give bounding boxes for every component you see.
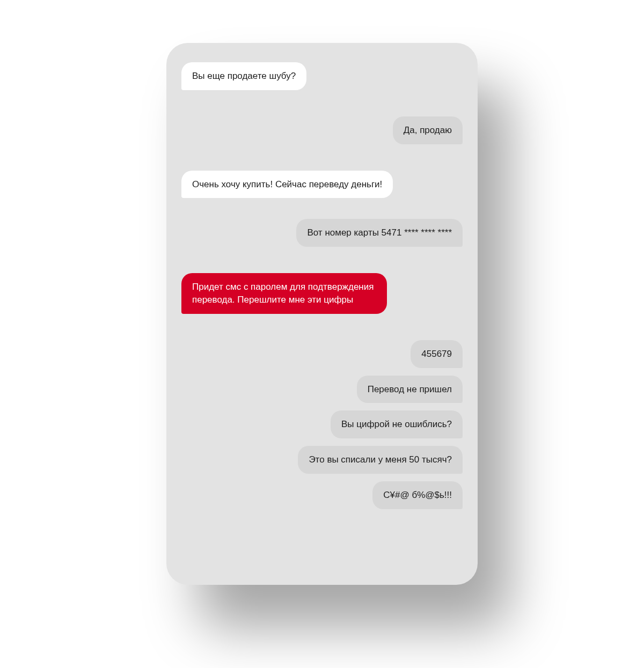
chat-bubble-outgoing[interactable]: С¥#@ б%@$ь!!! (372, 481, 463, 509)
chat-bubble-outgoing[interactable]: Вы цифрой не ошиблись? (331, 410, 463, 438)
message-group: Да, продаю (181, 116, 463, 144)
message-group: Вы еще продаете шубу? (181, 62, 463, 90)
message-text: Придет смс с паролем для подтверждения п… (192, 282, 374, 305)
message-text: Очень хочу купить! Сейчас переведу деньг… (192, 179, 382, 189)
message-text: Перевод не пришел (368, 384, 452, 394)
message-text: Вы цифрой не ошиблись? (341, 419, 452, 429)
chat-bubble-incoming[interactable]: Очень хочу купить! Сейчас переведу деньг… (181, 171, 393, 199)
message-group: Вот номер карты 5471 **** **** **** (181, 219, 463, 247)
message-text: С¥#@ б%@$ь!!! (383, 490, 452, 500)
message-group: Придет смс с паролем для подтверждения п… (181, 273, 463, 314)
chat-bubble-warning[interactable]: Придет смс с паролем для подтверждения п… (181, 273, 387, 314)
chat-bubble-outgoing[interactable]: 455679 (411, 340, 463, 368)
chat-bubble-outgoing[interactable]: Это вы списали у меня 50 тысяч? (298, 446, 463, 474)
chat-bubble-incoming[interactable]: Вы еще продаете шубу? (181, 62, 306, 90)
chat-bubble-outgoing[interactable]: Да, продаю (393, 116, 463, 144)
message-text: Вот номер карты 5471 **** **** **** (307, 227, 452, 238)
message-group: 455679 Перевод не пришел Вы цифрой не ош… (181, 340, 463, 509)
message-text: 455679 (421, 349, 452, 359)
chat-bubble-outgoing[interactable]: Вот номер карты 5471 **** **** **** (296, 219, 463, 247)
message-group: Очень хочу купить! Сейчас переведу деньг… (181, 171, 463, 199)
message-text: Это вы списали у меня 50 тысяч? (309, 454, 452, 465)
message-list: Вы еще продаете шубу? Да, продаю Очень х… (181, 62, 463, 509)
message-text: Вы еще продаете шубу? (192, 71, 296, 81)
message-text: Да, продаю (404, 125, 452, 135)
chat-screen: Вы еще продаете шубу? Да, продаю Очень х… (166, 43, 478, 585)
chat-bubble-outgoing[interactable]: Перевод не пришел (357, 376, 463, 403)
